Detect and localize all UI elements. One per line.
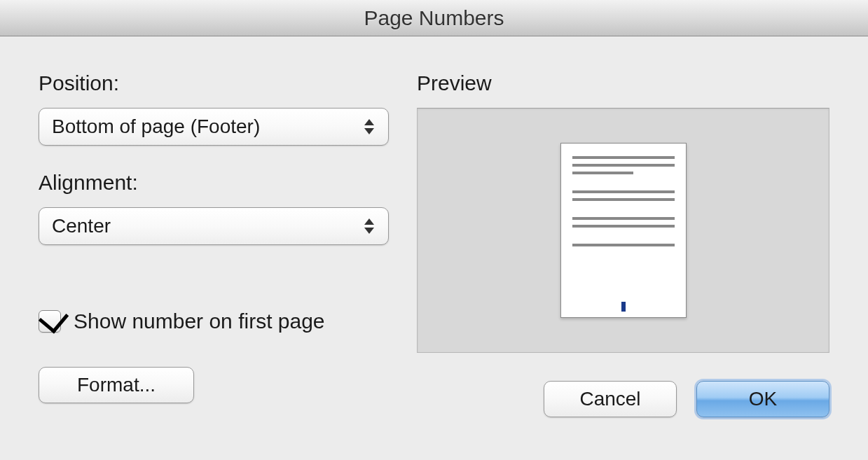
preview-column: Preview Cancel OK: [417, 71, 829, 417]
preview-line: [572, 172, 634, 174]
preview-box: [417, 108, 829, 353]
preview-line: [572, 244, 675, 246]
preview-line: [572, 190, 675, 193]
preview-line: [572, 156, 675, 159]
format-button-label: Format...: [77, 374, 156, 396]
ok-button-label: OK: [749, 388, 777, 410]
preview-page: [560, 143, 687, 318]
updown-icon: [363, 117, 376, 137]
cancel-button[interactable]: Cancel: [544, 381, 677, 417]
position-select[interactable]: Bottom of page (Footer): [39, 108, 389, 146]
position-label: Position:: [39, 71, 389, 95]
cancel-button-label: Cancel: [579, 388, 640, 410]
alignment-select-wrap: Center: [39, 207, 389, 245]
format-button-row: Format...: [39, 367, 389, 403]
ok-button[interactable]: OK: [696, 381, 829, 417]
preview-line: [572, 164, 675, 167]
updown-icon: [363, 216, 376, 236]
show-first-page-label: Show number on first page: [74, 309, 325, 333]
format-button[interactable]: Format...: [39, 367, 194, 403]
position-value: Bottom of page (Footer): [52, 116, 260, 138]
position-select-wrap: Bottom of page (Footer): [39, 108, 389, 146]
preview-line: [572, 198, 675, 201]
preview-line: [572, 217, 675, 220]
preview-line: [572, 225, 675, 228]
dialog-button-row: Cancel OK: [417, 381, 829, 417]
window-title: Page Numbers: [364, 6, 504, 30]
window-titlebar: Page Numbers: [0, 0, 868, 36]
dialog-content: Position: Bottom of page (Footer) Alignm…: [0, 36, 868, 445]
alignment-select[interactable]: Center: [39, 207, 389, 245]
alignment-value: Center: [52, 215, 111, 237]
alignment-label: Alignment:: [39, 171, 389, 195]
preview-page-number-icon: [621, 302, 626, 312]
preview-label: Preview: [417, 71, 829, 95]
first-page-checkbox-row: Show number on first page: [39, 309, 389, 333]
options-column: Position: Bottom of page (Footer) Alignm…: [39, 71, 389, 417]
show-first-page-checkbox[interactable]: [39, 310, 61, 333]
